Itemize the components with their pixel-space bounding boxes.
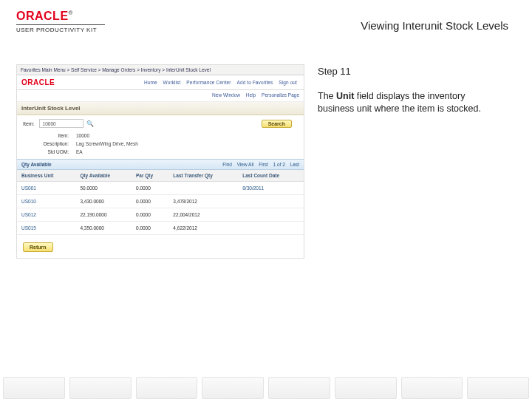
cell-xfer: 3,478/2012 — [168, 195, 238, 208]
app-header-bar: ORACLE Home Worklist Performance Center … — [17, 75, 304, 90]
nav-perf-center[interactable]: Performance Center — [186, 80, 231, 85]
document-title: Viewing Interunit Stock Levels — [361, 19, 508, 32]
instruction-panel: Step 11 The Unit field displays the inve… — [318, 64, 516, 259]
link-help[interactable]: Help — [246, 92, 256, 98]
meta-desc: Description: Lag Screw/Wing Drive, Mesh — [17, 140, 304, 148]
thumb[interactable] — [268, 377, 330, 399]
content-area: Favorites Main Menu > Self Service > Man… — [0, 33, 532, 259]
brand-divider — [16, 24, 105, 25]
pager-find[interactable]: Find — [222, 162, 232, 167]
pager-last[interactable]: Last — [290, 162, 299, 167]
thumb[interactable] — [136, 377, 198, 399]
thumb[interactable] — [335, 377, 397, 399]
cell-date: 8/30/2011 — [238, 182, 304, 195]
nav-signout[interactable]: Sign out — [279, 80, 297, 85]
meta-std: Std UOM: EA — [17, 148, 304, 156]
stock-table: Business Unit Qty Available Par Qty Last… — [17, 170, 304, 235]
pager-viewall[interactable]: View All — [237, 162, 254, 167]
brand-suffix: ® — [69, 10, 73, 16]
brand-subtitle: USER PRODUCTIVITY KIT — [16, 27, 105, 33]
grid-title: Qty Available — [21, 162, 52, 167]
cell-par: 0.0000 — [132, 222, 168, 235]
panel-title: InterUnit Stock Level — [17, 102, 304, 115]
app-logo: ORACLE — [21, 78, 55, 86]
table-row: US0154,350.00000.00004,622/2012 — [17, 222, 304, 235]
thumbnail-strip — [0, 374, 532, 399]
table-row: US0103,430.00000.00003,478/2012 — [17, 195, 304, 208]
meta-item-label: Item: — [23, 133, 69, 138]
cell-unit[interactable]: US001 — [17, 182, 75, 195]
table-row: US01222,190.00000.000022,004/2012 — [17, 208, 304, 222]
cell-date — [238, 222, 304, 235]
nav-add-fav[interactable]: Add to Favorites — [237, 80, 273, 85]
breadcrumb-bar: Favorites Main Menu > Self Service > Man… — [17, 65, 304, 75]
table-row: US00150.00000.00008/30/2011 — [17, 182, 304, 195]
col-unit: Business Unit — [17, 170, 75, 182]
cell-par: 0.0000 — [132, 208, 168, 222]
sub-nav-links: New Window Help Personalize Page — [17, 90, 304, 102]
table-header-row: Business Unit Qty Available Par Qty Last… — [17, 170, 304, 182]
cell-date — [238, 195, 304, 208]
pager-first[interactable]: First — [259, 162, 268, 167]
thumb[interactable] — [467, 377, 529, 399]
meta-desc-value: Lag Screw/Wing Drive, Mesh — [76, 141, 138, 146]
meta-std-label: Std UOM: — [23, 149, 69, 154]
step-body: The Unit field displays the inventory bu… — [318, 90, 502, 115]
step-label: Step 11 — [318, 66, 516, 77]
cell-par: 0.0000 — [132, 195, 168, 208]
col-par: Par Qty — [132, 170, 168, 182]
cell-qty: 3,430.0000 — [75, 195, 132, 208]
col-qty: Qty Available — [75, 170, 132, 182]
cell-unit[interactable]: US012 — [17, 208, 75, 222]
grid-pager: Qty Available Find View All First 1 of 2… — [17, 159, 304, 170]
meta-item-value: 10000 — [76, 133, 89, 138]
nav-worklist[interactable]: Worklist — [163, 80, 181, 85]
pager-range: 1 of 2 — [273, 162, 285, 167]
meta-desc-label: Description: — [23, 141, 69, 146]
search-form-row: Item: 10000 🔍 Search — [17, 115, 304, 132]
cell-unit[interactable]: US015 — [17, 222, 75, 235]
thumb[interactable] — [202, 377, 264, 399]
item-input[interactable]: 10000 — [39, 119, 83, 128]
col-xfer: Last Transfer Qty — [168, 170, 238, 182]
cell-unit[interactable]: US010 — [17, 195, 75, 208]
item-label: Item: — [23, 121, 35, 126]
meta-std-value: EA — [76, 149, 83, 154]
brand-name: ORACLE® — [16, 10, 105, 22]
nav-home[interactable]: Home — [144, 80, 157, 85]
thumb[interactable] — [69, 377, 132, 399]
thumb[interactable] — [3, 377, 65, 399]
cell-qty: 50.0000 — [75, 182, 132, 195]
step-text-prefix: The — [318, 91, 336, 101]
cell-xfer — [168, 182, 238, 195]
return-button[interactable]: Return — [23, 242, 53, 252]
link-personalize[interactable]: Personalize Page — [262, 92, 299, 98]
cell-xfer: 22,004/2012 — [168, 208, 238, 222]
app-screenshot: Favorites Main Menu > Self Service > Man… — [16, 64, 304, 259]
brand-text: ORACLE — [16, 10, 69, 22]
cell-xfer: 4,622/2012 — [168, 222, 238, 235]
cell-par: 0.0000 — [132, 182, 168, 195]
thumb[interactable] — [401, 377, 463, 399]
page-header: ORACLE® USER PRODUCTIVITY KIT Viewing In… — [0, 0, 532, 33]
link-new-window[interactable]: New Window — [212, 92, 240, 98]
lookup-icon[interactable]: 🔍 — [86, 120, 94, 127]
grid-pager-controls: Find View All First 1 of 2 Last — [219, 162, 299, 167]
cell-date — [238, 208, 304, 222]
cell-qty: 22,190.0000 — [75, 208, 132, 222]
brand-logo: ORACLE® USER PRODUCTIVITY KIT — [16, 10, 105, 33]
search-button[interactable]: Search — [262, 120, 292, 128]
step-text-bold: Unit — [336, 91, 354, 101]
col-date: Last Count Date — [238, 170, 304, 182]
meta-item: Item: 10000 — [17, 132, 304, 140]
cell-qty: 4,350.0000 — [75, 222, 132, 235]
top-nav-links: Home Worklist Performance Center Add to … — [142, 80, 299, 85]
